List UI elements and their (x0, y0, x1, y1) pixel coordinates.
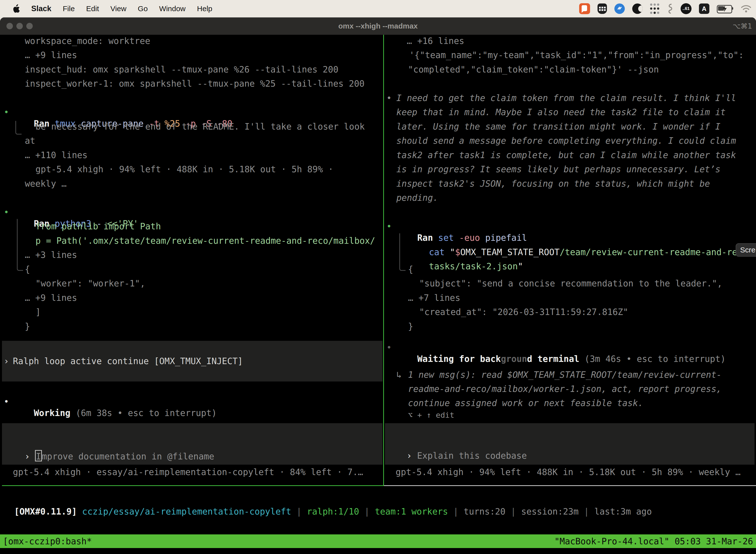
mailbox-message-line: continue assigned work or next feasible … (408, 397, 643, 409)
left-pane-bottom-border (2, 485, 383, 486)
mailbox-message-line: readme-and-reco/mailbox/worker-1.json, a… (408, 383, 721, 395)
privacy-shield-icon[interactable] (597, 3, 607, 14)
thinking-bullet: • (386, 92, 392, 104)
tmux-session-window[interactable]: [omx-cczip0:bash* (3, 536, 92, 546)
collapsed-lines-indicator: … +110 lines (25, 150, 87, 161)
command-output-line: } (408, 321, 413, 332)
menu-item-view[interactable]: View (110, 4, 126, 13)
window-title: omx --xhigh --madmax (0, 17, 756, 35)
apple-icon[interactable] (12, 3, 20, 14)
code-line: p = Path('.omx/state/team/review-current… (36, 235, 375, 246)
menu-item-edit[interactable]: Edit (86, 4, 99, 13)
command-output-line: weekly … (25, 178, 67, 189)
collapsed-lines-indicator: … +7 lines (408, 292, 460, 303)
message-arrow-icon: ↳ (396, 369, 401, 381)
terminal-line: workspace_mode: worktree (25, 35, 150, 47)
thinking-line: is in progress? It seems likely but perh… (396, 164, 720, 175)
command-output-line: ] (36, 306, 41, 318)
menu-app-name[interactable]: Slack (31, 4, 51, 13)
battery-icon[interactable] (717, 5, 733, 12)
vpn-badge-icon[interactable] (614, 3, 625, 14)
omx-status-line: [OMX#0.11.9] cczip/essay/ai-reimplementa… (4, 494, 652, 517)
thinking-line: I need to get the claim token from the c… (396, 92, 736, 104)
thinking-line: pending. (396, 192, 438, 204)
window-titlebar[interactable]: omx --xhigh --madmax ⌥⌘1 (0, 17, 756, 35)
thinking-line: inspect task2's JSON, focusing on the st… (396, 178, 710, 189)
session-status-line: gpt-5.4 xhigh · essay/ai-reimplementatio… (13, 466, 363, 478)
command-bullet: • (386, 221, 392, 232)
command-output-line: { (25, 264, 30, 275)
menu-item-go[interactable]: Go (138, 4, 148, 13)
menu-item-help[interactable]: Help (197, 4, 212, 13)
command-bullet: • (4, 207, 9, 218)
right-pane-bottom-border (384, 485, 756, 486)
command-output-line: "created_at": "2026-03-31T11:59:27.816Z" (419, 306, 628, 318)
collapsed-lines-indicator: … +3 lines (25, 249, 77, 261)
command-output-line: at (25, 135, 35, 147)
screen-share-tooltip: Scre (736, 243, 756, 257)
collapsed-lines-indicator: … +9 lines (25, 292, 77, 303)
mailbox-message-line: 1 new msg(s): read $OMX_TEAM_STATE_ROOT/… (408, 369, 721, 381)
keyboard-grid-icon[interactable] (650, 3, 659, 14)
terminal-line: "completed","claim_token":"claim-token"}… (408, 64, 659, 75)
battery-percent-icon[interactable]: ..61 (681, 3, 692, 14)
command-output-line: be necessary for the end of the README. … (36, 121, 365, 132)
command-bullet: • (4, 107, 9, 118)
terminal-line: inspect_worker-1: omx sparkshell --tmux-… (25, 78, 365, 89)
menu-bar-status-icons: ..61 A (579, 3, 756, 14)
terminal-line: inspect_hud: omx sparkshell --tmux-pane … (25, 64, 338, 75)
session-status-line: gpt-5.4 xhigh · 94% left · 488K in · 5.1… (396, 466, 741, 478)
screen-share-icon[interactable] (579, 3, 590, 14)
working-bullet: • (4, 396, 9, 407)
input-source-icon[interactable]: A (699, 3, 709, 14)
squiggle-icon[interactable] (667, 3, 673, 14)
pane-divider[interactable] (383, 35, 384, 486)
command-output-line: "worker": "worker-1", (36, 278, 145, 289)
screen: { "colors": { "menubar_bg": "#ece8e1", "… (0, 0, 756, 554)
code-line: from pathlib import Path (36, 221, 161, 232)
window-shortcut-hint: ⌥⌘1 (733, 17, 752, 35)
command-output-line: { (408, 264, 413, 275)
waiting-bullet: • (386, 342, 392, 353)
terminal-line: '{"team_name":"my-team","task_id":"1","f… (409, 49, 744, 61)
thinking-line: task2 after task1 is complete, but can I… (396, 150, 736, 161)
thinking-line: should send a message before completing … (396, 135, 736, 147)
menu-bar: Slack File Edit View Go Window Help (0, 0, 756, 17)
collapsed-lines-indicator: … +16 lines (407, 35, 464, 47)
command-output-line: "subject": "send a concise recommendatio… (419, 278, 722, 289)
ralph-prompt-chevron: › (4, 355, 9, 367)
command-output-line: gpt-5.4 xhigh · 94% left · 488K in · 5.1… (36, 164, 333, 175)
text-cursor: I (35, 450, 42, 461)
menu-bar-left: Slack File Edit View Go Window Help (0, 3, 212, 14)
tmux-host-clock: "MacBook-Pro-44.local" 05:03 31-Mar-26 (554, 536, 753, 546)
collapsed-lines-indicator: … +9 lines (25, 49, 77, 61)
tmux-status-bar: [omx-cczip0:bash* "MacBook-Pro-44.local"… (0, 535, 756, 548)
thinking-line: keep that in mind. Maybe I also need the… (396, 107, 726, 118)
working-status: Working (6m 38s • esc to interrupt) (13, 396, 217, 430)
edit-shortcut-hint: ⌥ + ↑ edit (408, 409, 454, 421)
menu-item-file[interactable]: File (63, 4, 75, 13)
thinking-line: later. Using the same for transition mig… (396, 121, 720, 132)
menu-item-window[interactable]: Window (159, 4, 186, 13)
wifi-icon[interactable] (741, 3, 752, 14)
moon-icon[interactable] (632, 3, 643, 14)
ralph-status-text: Ralph loop active continue [OMX_TMUX_INJ… (13, 355, 243, 367)
command-output-line: } (25, 321, 30, 332)
